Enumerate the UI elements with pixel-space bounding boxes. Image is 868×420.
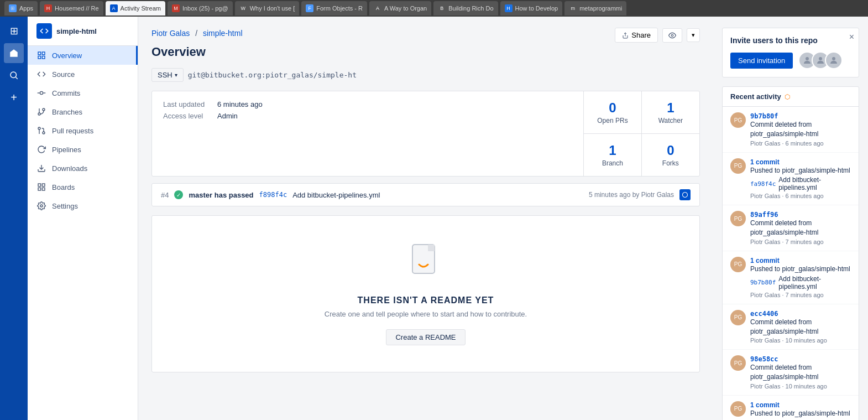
app-layout: ⊞ + simple-html Overview — [0, 17, 868, 420]
activity-text-5: Commit deleted from piotr_galas/simple-h… — [750, 318, 851, 336]
activity-meta-2: Piotr Galas · 6 minutes ago — [750, 193, 851, 199]
last-updated-value: 6 minutes ago — [217, 100, 263, 108]
avatar: PG — [730, 158, 746, 174]
nav-item-boards[interactable]: Boards — [28, 178, 138, 196]
settings-icon — [36, 201, 46, 211]
nav-item-overview[interactable]: Overview — [28, 46, 138, 65]
tab-metaprog[interactable]: m metaprogrammi — [564, 1, 626, 15]
nav-item-source[interactable]: Source — [28, 65, 138, 84]
global-home-icon[interactable] — [4, 43, 24, 63]
activity-hash-3[interactable]: 89aff96 — [750, 211, 851, 219]
activity-item: PG 9b7b80f Commit deleted from piotr_gal… — [723, 107, 859, 153]
access-level-label: Access level — [163, 112, 213, 120]
tab-favicon-building: B — [438, 4, 446, 12]
rss-icon[interactable]: ⬡ — [785, 93, 790, 101]
nav-item-settings[interactable]: Settings — [28, 196, 138, 215]
activity-text-6: Commit deleted from piotr_galas/simple-h… — [750, 363, 851, 382]
activity-item: PG 1 commit Pushed to piotr_galas/simple… — [723, 153, 859, 206]
tab-favicon-activity: A — [110, 4, 118, 12]
tab-label-building: Building Rich Do — [448, 5, 493, 12]
readme-section: THERE ISN'T A README YET Create one and … — [151, 215, 700, 372]
share-icon — [622, 32, 629, 39]
readme-empty-desc: Create one and tell people where to star… — [325, 310, 527, 318]
tab-label-form: Form Objects - R — [316, 5, 363, 12]
tab-label-away: A Way to Organ — [384, 5, 427, 12]
stat-label-forks: Forks — [655, 159, 686, 167]
activity-push-label-7[interactable]: 1 commit — [750, 401, 851, 409]
avatar-3 — [825, 51, 843, 69]
stat-open-prs[interactable]: 0 Open PRs — [584, 91, 641, 134]
create-readme-button[interactable]: Create a README — [386, 329, 465, 345]
stat-number-branches: 1 — [597, 143, 628, 158]
svg-point-6 — [40, 91, 43, 94]
activity-push-label-2[interactable]: 1 commit — [750, 158, 851, 166]
activity-meta-3: Piotr Galas · 7 minutes ago — [750, 238, 851, 245]
share-label: Share — [631, 31, 651, 39]
stat-branches[interactable]: 1 Branch — [584, 134, 641, 176]
svg-rect-2 — [38, 52, 41, 55]
watch-dropdown[interactable]: ▾ — [687, 28, 700, 42]
tab-favicon-meta: m — [569, 4, 577, 12]
tab-awaytoorg[interactable]: A A Way to Organ — [369, 1, 431, 15]
tab-formobjects[interactable]: F Form Objects - R — [301, 1, 367, 15]
activity-text-3: Commit deleted from piotr_galas/simple-h… — [750, 219, 851, 237]
svg-rect-5 — [42, 56, 45, 59]
tab-howtodevelop[interactable]: H How to Develop — [500, 1, 563, 15]
readme-empty-state: THERE ISN'T A README YET Create one and … — [152, 216, 699, 372]
watch-button[interactable] — [662, 28, 682, 43]
breadcrumb-user[interactable]: Piotr Galas — [151, 29, 190, 38]
activity-body-2: 1 commit Pushed to piotr_galas/simple-ht… — [750, 158, 851, 200]
tab-inbox[interactable]: M Inbox (25) - pg@ — [168, 1, 233, 15]
tab-housemed[interactable]: H Housemed // Re — [40, 1, 103, 15]
page-title: Overview — [151, 45, 700, 59]
stat-forks[interactable]: 0 Forks — [642, 134, 699, 176]
tab-label-apps: Apps — [19, 5, 33, 12]
global-search-icon[interactable] — [4, 65, 24, 85]
tab-label-howto: How to Develop — [515, 5, 558, 12]
svg-rect-18 — [38, 188, 41, 190]
avatar: PG — [730, 355, 746, 371]
nav-item-pull-requests[interactable]: Pull requests — [28, 121, 138, 140]
svg-rect-4 — [38, 56, 41, 59]
nav-item-commits[interactable]: Commits — [28, 84, 138, 102]
nav-item-branches[interactable]: Branches — [28, 102, 138, 121]
tab-whyidont[interactable]: W Why I don't use [ — [235, 1, 300, 15]
activity-item: PG ecc4406 Commit deleted from piotr_gal… — [723, 304, 859, 350]
build-icon — [679, 189, 691, 200]
svg-point-13 — [38, 127, 40, 129]
ssh-button[interactable]: SSH ▾ — [151, 68, 184, 82]
global-sidebar: ⊞ + — [0, 17, 28, 420]
tab-apps[interactable]: ⊞ Apps — [4, 1, 38, 15]
global-create-icon[interactable]: + — [4, 87, 24, 107]
activity-text-4: Pushed to piotr_galas/simple-html — [750, 265, 851, 274]
send-invitation-button[interactable]: Send invitation — [730, 53, 793, 69]
breadcrumb-repo[interactable]: simple-html — [203, 29, 243, 38]
avatar: PG — [730, 310, 746, 325]
repo-sidebar-header: simple-html — [28, 17, 138, 46]
activity-commit-hash-4[interactable]: 9b7b80f — [750, 279, 776, 286]
nav-item-downloads[interactable]: Downloads — [28, 159, 138, 178]
activity-commit-hash-2[interactable]: fa98f4c — [750, 180, 776, 188]
tab-favicon-housemed: H — [44, 4, 52, 12]
clone-url: git@bitbucket.org:piotr_galas/simple-ht — [188, 71, 357, 79]
pipeline-branch[interactable]: master has passed — [189, 191, 253, 199]
svg-point-12 — [43, 132, 45, 134]
invite-close-button[interactable]: × — [849, 33, 854, 42]
nav-label-downloads: Downloads — [52, 164, 87, 173]
share-button[interactable]: Share — [615, 28, 658, 43]
tab-activity[interactable]: A Activity Stream — [106, 1, 165, 15]
tab-buildingrich[interactable]: B Building Rich Do — [433, 1, 498, 15]
stat-watchers[interactable]: 1 Watcher — [642, 91, 699, 134]
activity-hash-5[interactable]: ecc4406 — [750, 310, 851, 318]
activity-push-label-4[interactable]: 1 commit — [750, 257, 851, 265]
activity-hash-6[interactable]: 98e58cc — [750, 355, 851, 363]
tab-favicon-apps: ⊞ — [9, 4, 17, 12]
nav-item-pipelines[interactable]: Pipelines — [28, 140, 138, 159]
branches-icon — [36, 107, 46, 117]
tab-label-housemed: Housemed // Re — [55, 5, 98, 12]
global-apps-icon[interactable]: ⊞ — [4, 21, 24, 41]
activity-hash-1[interactable]: 9b7b80f — [750, 112, 851, 120]
repo-icon — [36, 23, 52, 39]
pipeline-hash[interactable]: f898f4c — [259, 191, 287, 199]
pipeline-message[interactable]: Add bitbucket-pipelines.yml — [292, 191, 583, 199]
